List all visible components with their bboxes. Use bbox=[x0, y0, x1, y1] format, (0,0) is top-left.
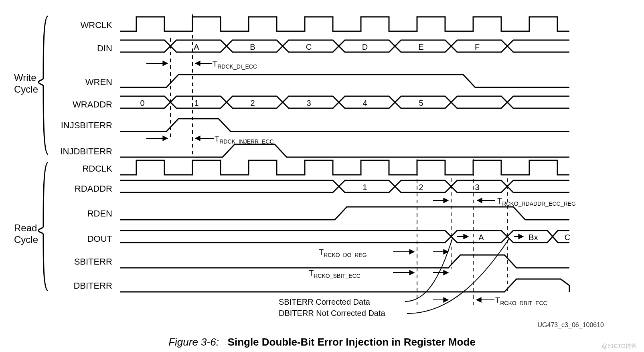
injsbiterr-wave bbox=[120, 119, 569, 131]
sbiterr-wave bbox=[120, 255, 569, 268]
din-wave bbox=[120, 40, 569, 52]
rden-wave bbox=[120, 207, 569, 220]
wren-wave bbox=[120, 75, 569, 87]
dout-wave bbox=[120, 231, 569, 243]
note-pointers bbox=[405, 237, 523, 314]
rdaddr-wave bbox=[120, 180, 569, 192]
dbiterr-wave bbox=[120, 279, 569, 292]
injdbiterr-wave bbox=[120, 144, 569, 157]
wraddr-wave bbox=[120, 96, 569, 108]
timing-diagram: { "figure": { "label": "Figure 3-6:", "t… bbox=[0, 0, 644, 352]
dashed-refs bbox=[170, 14, 507, 305]
rdclk-wave bbox=[120, 160, 569, 175]
wrclk-wave bbox=[120, 17, 569, 31]
waveform-svg bbox=[0, 0, 644, 352]
